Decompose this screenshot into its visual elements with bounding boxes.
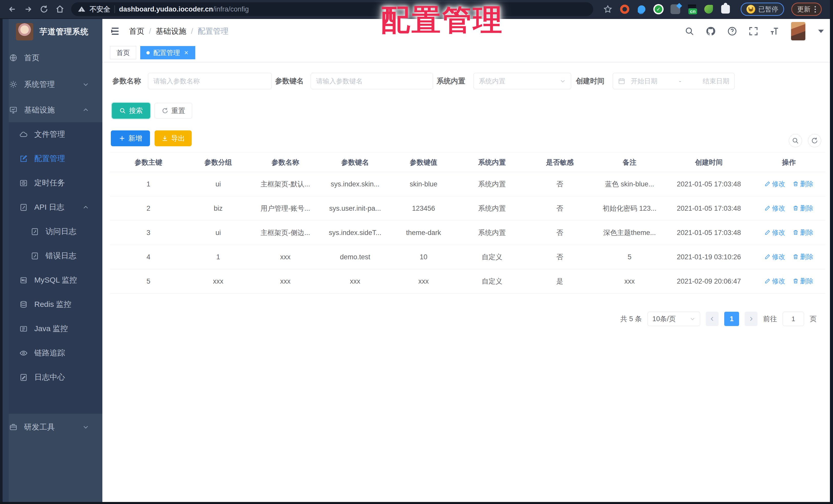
user-menu-caret-icon[interactable]: [818, 30, 824, 33]
sidebar-item-label: 文件管理: [34, 129, 65, 140]
sidebar-item-config[interactable]: 配置管理: [0, 147, 102, 171]
delete-link[interactable]: 删除: [792, 252, 813, 261]
tab-home[interactable]: 首页: [110, 46, 136, 59]
page-size-select[interactable]: 10条/页: [647, 312, 700, 326]
filter-type-select[interactable]: 系统内置: [473, 73, 571, 89]
cell: 否: [526, 172, 594, 196]
address-bar[interactable]: 不安全 dashboard.yudao.iocoder.cn/infra/con…: [71, 2, 593, 16]
calendar-icon: [618, 77, 625, 85]
filter-key-input[interactable]: [311, 73, 433, 89]
search-icon[interactable]: [685, 26, 694, 36]
plus-icon: [119, 135, 125, 142]
home-icon[interactable]: [53, 3, 67, 16]
select-placeholder: 系统内置: [479, 77, 505, 86]
briefcase-icon: [9, 423, 17, 431]
reset-button[interactable]: 重置: [154, 103, 192, 119]
next-page-button[interactable]: [745, 312, 758, 326]
extension-green-check-icon[interactable]: ✓: [653, 4, 664, 15]
github-icon[interactable]: [706, 26, 716, 36]
toggle-search-button[interactable]: [789, 134, 802, 147]
edit-link[interactable]: 修改: [764, 277, 785, 286]
extension-leaf-icon[interactable]: [703, 4, 714, 15]
export-button[interactable]: 导出: [154, 130, 192, 146]
sidebar-logo[interactable]: 芋道管理系统: [0, 19, 102, 45]
sidebar-item-label: 错误日志: [46, 251, 76, 261]
sidebar-item-redis[interactable]: Redis 监控: [0, 292, 102, 317]
filter-key-label: 参数键名: [275, 73, 304, 89]
extension-pin-icon[interactable]: [636, 4, 647, 15]
edit-link[interactable]: 修改: [764, 204, 785, 213]
sidebar-item-infra[interactable]: 基础设施: [0, 98, 102, 122]
refresh-table-button[interactable]: [808, 134, 821, 147]
bookmark-star-icon[interactable]: [602, 4, 613, 15]
font-size-icon[interactable]: [769, 26, 780, 36]
emoji-icon: [746, 5, 755, 14]
search-button[interactable]: 搜索: [112, 103, 150, 119]
prev-page-button[interactable]: [706, 312, 719, 326]
back-icon[interactable]: [6, 3, 19, 16]
pagination: 共 5 条 10条/页 1 前往 页: [620, 311, 817, 327]
sidebar-item-mysql[interactable]: MySQL 监控: [0, 268, 102, 292]
paused-badge[interactable]: 已暂停: [741, 3, 784, 16]
help-icon[interactable]: [727, 26, 737, 36]
delete-link[interactable]: 删除: [792, 179, 813, 188]
pencil-icon: [764, 205, 770, 211]
cell: 2021-01-19 03:10:26: [665, 245, 753, 269]
sidebar-item-job[interactable]: 定时任务: [0, 171, 102, 195]
tab-config[interactable]: 配置管理: [140, 46, 195, 59]
user-avatar[interactable]: [791, 22, 805, 41]
extension-orange-icon[interactable]: [619, 4, 630, 15]
edit-link[interactable]: 修改: [764, 179, 785, 188]
sidebar-item-file[interactable]: 文件管理: [0, 122, 102, 147]
warning-icon: [78, 5, 86, 13]
edit-link[interactable]: 修改: [764, 252, 785, 261]
date-start-placeholder: 开始日期: [631, 77, 658, 86]
cell: 自定义: [458, 269, 526, 294]
filter-name-input[interactable]: [148, 73, 272, 89]
sidebar-item-label: 研发工具: [24, 422, 55, 432]
cell: sys.index.sideT...: [321, 221, 389, 245]
cloud-icon: [20, 130, 28, 138]
cell: xxx: [249, 269, 321, 294]
logo-avatar: [16, 23, 33, 41]
cell: 主框架页-侧边...: [249, 221, 321, 245]
sidebar-item-java[interactable]: Java 监控: [0, 317, 102, 341]
trash-icon: [792, 229, 799, 235]
cell: 3: [110, 221, 187, 245]
extension-grid-icon[interactable]: [670, 4, 681, 15]
breadcrumb-home[interactable]: 首页: [129, 26, 144, 36]
sidebar-item-access-log[interactable]: 访问日志: [0, 219, 102, 244]
chevron-up-icon: [82, 107, 89, 113]
delete-link[interactable]: 删除: [792, 277, 813, 286]
table-row: 41xxxdemo.test10自定义否52021-01-19 03:10:26…: [110, 245, 825, 269]
delete-link[interactable]: 删除: [792, 204, 813, 213]
fullscreen-icon[interactable]: [748, 26, 758, 36]
sidebar-item-home[interactable]: 首页: [0, 45, 102, 71]
sidebar-item-api-log[interactable]: API 日志: [0, 195, 102, 219]
extension-cn-icon[interactable]: cn: [687, 4, 697, 14]
sidebar-item-error-log[interactable]: 错误日志: [0, 244, 102, 268]
close-icon[interactable]: [184, 50, 189, 55]
sidebar-item-dev-tools[interactable]: 研发工具: [0, 414, 102, 440]
current-page-button[interactable]: 1: [724, 312, 739, 326]
update-button[interactable]: 更新: [791, 3, 822, 16]
filter-date-range[interactable]: 开始日期 - 结束日期: [613, 73, 735, 89]
database-icon: [20, 300, 28, 309]
delete-link[interactable]: 删除: [792, 228, 813, 237]
edit-link[interactable]: 修改: [764, 228, 785, 237]
extensions-puzzle-icon[interactable]: [720, 4, 731, 15]
cell: 2021-01-05 17:03:48: [665, 172, 753, 196]
reload-icon[interactable]: [38, 3, 51, 16]
forward-icon[interactable]: [22, 3, 35, 16]
cell: theme-dark: [389, 221, 458, 245]
goto-page-input[interactable]: [783, 312, 804, 326]
add-button[interactable]: 新增: [111, 130, 150, 146]
sidebar-item-log-center[interactable]: 日志中心: [0, 365, 102, 389]
chrome-menu-icon[interactable]: [814, 6, 816, 12]
sidebar-item-trace[interactable]: 链路追踪: [0, 341, 102, 365]
breadcrumb-infra[interactable]: 基础设施: [156, 26, 186, 36]
sidebar-item-system[interactable]: 系统管理: [0, 71, 102, 98]
cell: demo.test: [321, 245, 389, 269]
breadcrumb-separator: /: [149, 27, 151, 35]
collapse-sidebar-icon[interactable]: [110, 26, 120, 36]
